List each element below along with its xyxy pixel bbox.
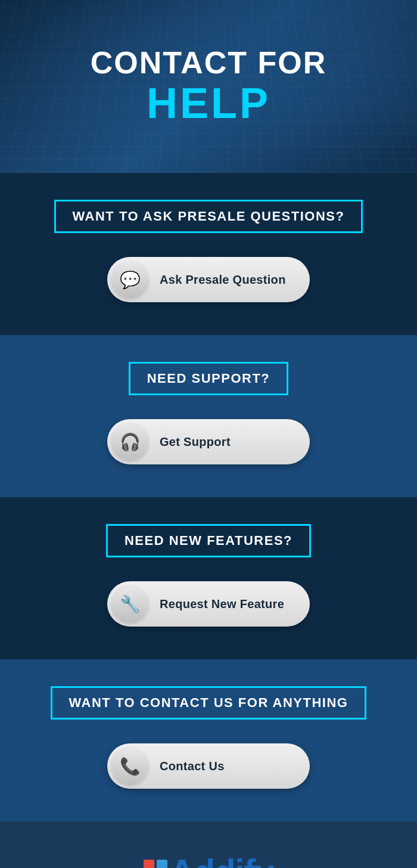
features-heading-text: NEED NEW FEATURES? bbox=[125, 533, 292, 548]
grid-cell-blue bbox=[157, 860, 167, 869]
phone-icon: 📞 bbox=[120, 757, 141, 776]
chat-question-icon: 💬 bbox=[120, 270, 141, 290]
contact-button[interactable]: 📞 Contact Us bbox=[107, 743, 310, 789]
footer-section: Addify bbox=[0, 822, 417, 868]
contact-button-label: Contact Us bbox=[160, 760, 225, 773]
features-heading-box: NEED NEW FEATURES? bbox=[106, 524, 311, 557]
hero-section: CONTACT FOR HELP bbox=[0, 0, 417, 173]
contact-heading-box: WANT TO CONTACT US FOR ANYTHING bbox=[51, 686, 367, 720]
support-icon-wrap: 🎧 bbox=[112, 424, 148, 460]
presale-icon-wrap: 💬 bbox=[112, 262, 148, 297]
support-button[interactable]: 🎧 Get Support bbox=[107, 419, 310, 464]
logo-text: Addify bbox=[170, 851, 273, 868]
hero-title-bottom: HELP bbox=[91, 80, 327, 127]
hero-content: CONTACT FOR HELP bbox=[91, 46, 327, 127]
contact-icon-wrap: 📞 bbox=[112, 748, 148, 784]
presale-button-label: Ask Presale Question bbox=[160, 273, 286, 287]
features-button-label: Request New Feature bbox=[160, 597, 284, 611]
support-heading-box: NEED SUPPORT? bbox=[129, 362, 289, 395]
hero-title-top: CONTACT FOR bbox=[91, 46, 327, 80]
headset-icon: 🎧 bbox=[120, 432, 141, 452]
support-section: NEED SUPPORT? 🎧 Get Support bbox=[0, 335, 417, 497]
presale-button[interactable]: 💬 Ask Presale Question bbox=[107, 257, 310, 302]
features-icon-wrap: 🔧 bbox=[112, 586, 148, 622]
support-button-label: Get Support bbox=[160, 435, 231, 449]
presale-section: WANT TO ASK PRESALE QUESTIONS? 💬 Ask Pre… bbox=[0, 173, 417, 335]
presale-heading-box: WANT TO ASK PRESALE QUESTIONS? bbox=[54, 200, 363, 233]
grid-cell-red bbox=[144, 860, 154, 869]
presale-heading-text: WANT TO ASK PRESALE QUESTIONS? bbox=[73, 209, 345, 224]
features-button[interactable]: 🔧 Request New Feature bbox=[107, 581, 310, 627]
support-heading-text: NEED SUPPORT? bbox=[147, 371, 270, 386]
features-section: NEED NEW FEATURES? 🔧 Request New Feature bbox=[0, 497, 417, 659]
wrench-icon: 🔧 bbox=[120, 594, 141, 614]
logo-grid-icon bbox=[144, 860, 167, 869]
contact-heading-text: WANT TO CONTACT US FOR ANYTHING bbox=[69, 695, 348, 710]
logo: Addify bbox=[144, 851, 273, 868]
contact-section: WANT TO CONTACT US FOR ANYTHING 📞 Contac… bbox=[0, 659, 417, 822]
